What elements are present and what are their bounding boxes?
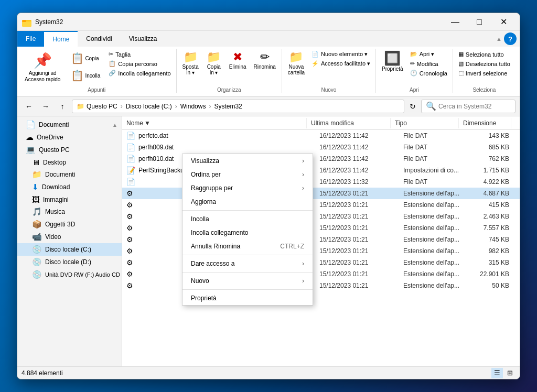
window-icon bbox=[22, 17, 32, 27]
nuovo-elemento-button[interactable]: 📄 Nuovo elemento ▾ bbox=[309, 50, 372, 59]
col-header-nome[interactable]: Nome ▼ bbox=[122, 118, 307, 128]
sidebar-item-documenti[interactable]: 📄 Documenti ▲ bbox=[17, 118, 122, 131]
search-bar[interactable]: 🔍 bbox=[421, 100, 515, 113]
window-controls: — □ ✕ bbox=[443, 13, 515, 31]
ctx-incolla-collegamento[interactable]: Incolla collegamento bbox=[182, 226, 313, 239]
refresh-button[interactable]: ↻ bbox=[406, 100, 419, 113]
context-menu: Visualizza › Ordina per › Raggruppa per … bbox=[182, 154, 313, 306]
tab-home[interactable]: Home bbox=[44, 31, 78, 47]
rinomina-button[interactable]: ✏ Rinomina bbox=[251, 50, 278, 71]
taglia-button[interactable]: ✂ Taglia bbox=[106, 50, 173, 59]
ribbon-group-apri-items: 🔲 Proprietà 📂 Apri ▾ ✏ Modifica bbox=[379, 49, 449, 86]
grid-view-button[interactable]: ⊞ bbox=[504, 368, 515, 378]
close-button[interactable]: ✕ bbox=[491, 13, 515, 31]
file-date: 16/12/2023 11:42 bbox=[315, 132, 399, 139]
aggiungi-accesso-rapido-button[interactable]: 📌 Aggiungi adAccesso rapido bbox=[20, 50, 65, 85]
up-button[interactable]: ↑ bbox=[55, 99, 70, 114]
inverti-selezione-button[interactable]: ⬚ Inverti selezione bbox=[456, 69, 512, 78]
items-count: 4.884 elementi bbox=[22, 369, 63, 377]
incolla-label: Incolla bbox=[85, 73, 100, 79]
ctx-raggruppa-per[interactable]: Raggruppa per › bbox=[182, 181, 313, 195]
back-button[interactable]: ← bbox=[22, 99, 36, 114]
ctx-dare-accesso[interactable]: Dare accesso a › bbox=[182, 257, 313, 270]
ctx-nuovo[interactable]: Nuovo › bbox=[182, 274, 313, 288]
seleziona-tutto-button[interactable]: ▦ Seleziona tutto bbox=[456, 50, 512, 59]
ctx-aggiorna[interactable]: Aggiorna bbox=[182, 195, 313, 209]
inverti-selezione-label: Inverti selezione bbox=[466, 70, 508, 77]
view-buttons: ☰ ⊞ bbox=[491, 368, 515, 378]
file-size: 415 KB bbox=[467, 201, 520, 209]
copia-button[interactable]: 📋 Copia bbox=[67, 50, 104, 67]
file-type: Estensione dell'ap... bbox=[399, 190, 467, 197]
sposta-in-button[interactable]: 📁 Spostain ▾ bbox=[180, 50, 201, 77]
nuova-cartella-button[interactable]: 📁 Nuovacartella bbox=[285, 50, 307, 77]
list-view-button[interactable]: ☰ bbox=[491, 368, 503, 378]
tab-visualizza[interactable]: Visualizza bbox=[121, 31, 166, 47]
cronologia-button[interactable]: 🕐 Cronologia bbox=[408, 69, 449, 78]
file-icon: ⚙ bbox=[126, 212, 133, 221]
breadcrumb-system32[interactable]: System32 bbox=[214, 103, 242, 110]
col-header-size[interactable]: Dimensione bbox=[459, 118, 511, 128]
address-bar[interactable]: 📁 Questo PC › Disco locale (C:) › Window… bbox=[72, 100, 404, 113]
sidebar-item-onedrive[interactable]: ☁ OneDrive bbox=[17, 131, 122, 144]
maximize-button[interactable]: □ bbox=[467, 13, 491, 31]
copia-in-button[interactable]: 📁 Copiain ▾ bbox=[203, 50, 224, 77]
sidebar-item-documenti2[interactable]: 📁 Documenti bbox=[17, 168, 122, 181]
minimize-button[interactable]: — bbox=[443, 13, 467, 31]
cronologia-label: Cronologia bbox=[420, 70, 447, 77]
ctx-sep3 bbox=[182, 272, 313, 273]
sidebar-item-dvd[interactable]: 💿 Unità DVD RW (F:) Audio CD bbox=[17, 268, 122, 281]
file-size: 685 KB bbox=[467, 144, 520, 151]
col-header-date[interactable]: Ultima modifica bbox=[307, 118, 391, 128]
help-button[interactable]: ? bbox=[504, 32, 517, 45]
rinomina-label: Rinomina bbox=[254, 64, 276, 70]
incolla-collegamento-button[interactable]: 🔗 Incolla collegamento bbox=[106, 69, 173, 78]
ribbon-group-appunti: 📌 Aggiungi adAccesso rapido 📋 Copia 📋 In… bbox=[17, 49, 177, 93]
file-icon: 📝 bbox=[126, 166, 135, 175]
open-icon: 📂 bbox=[410, 51, 417, 58]
col-header-type[interactable]: Tipo bbox=[391, 118, 459, 128]
taglia-label: Taglia bbox=[115, 51, 131, 58]
ctx-visualizza[interactable]: Visualizza › bbox=[182, 154, 313, 168]
sidebar-item-questo-pc[interactable]: 💻 Questo PC bbox=[17, 144, 122, 156]
proprieta-button[interactable]: 🔲 Proprietà bbox=[379, 50, 406, 73]
tab-condividi[interactable]: Condividi bbox=[78, 31, 120, 47]
accesso-facilitato-button[interactable]: ⚡ Accesso facilitato ▾ bbox=[309, 59, 372, 68]
clipboard-col: 📋 Copia 📋 Incolla bbox=[67, 50, 104, 84]
incolla-button[interactable]: 📋 Incolla bbox=[67, 67, 104, 84]
sidebar-label-documenti: Documenti bbox=[39, 121, 69, 128]
ctx-incolla[interactable]: Incolla bbox=[182, 212, 313, 226]
copia-percorso-button[interactable]: 📋 Copia percorso bbox=[106, 59, 173, 68]
tab-file[interactable]: File bbox=[17, 31, 44, 47]
search-input[interactable] bbox=[438, 103, 517, 110]
file-date: 15/12/2023 01:21 bbox=[315, 282, 399, 289]
forward-button[interactable]: → bbox=[38, 99, 53, 114]
sidebar-item-disco-c[interactable]: 💿 Disco locale (C:) bbox=[17, 243, 122, 256]
deseleziona-tutto-button[interactable]: ▧ Deseleziona tutto bbox=[456, 59, 512, 68]
aggiungi-label: Aggiungi adAccesso rapido bbox=[25, 70, 60, 83]
ctx-annulla-rinomina[interactable]: Annulla Rinomina CTRL+Z bbox=[182, 239, 313, 253]
sidebar-item-video[interactable]: 📹 Video bbox=[17, 231, 122, 243]
apri-button[interactable]: 📂 Apri ▾ bbox=[408, 50, 449, 59]
ctx-ordina-per[interactable]: Ordina per › bbox=[182, 168, 313, 181]
breadcrumb-windows[interactable]: Windows bbox=[180, 103, 206, 110]
modifica-button[interactable]: ✏ Modifica bbox=[408, 59, 449, 68]
table-row[interactable]: 📄perfcto.dat 16/12/2023 11:42 File DAT 1… bbox=[122, 130, 520, 141]
breadcrumb-disco-c[interactable]: Disco locale (C:) bbox=[126, 103, 172, 110]
file-type: Impostazioni di co... bbox=[399, 167, 467, 174]
table-row[interactable]: 📄perfh009.dat 16/12/2023 11:42 File DAT … bbox=[122, 141, 520, 153]
ctx-proprieta[interactable]: Proprietà bbox=[182, 291, 313, 305]
file-size: 143 KB bbox=[467, 132, 520, 139]
file-date: 15/12/2023 01:21 bbox=[315, 247, 399, 255]
breadcrumb-questo-pc[interactable]: Questo PC bbox=[87, 103, 117, 110]
sidebar-item-desktop[interactable]: 🖥 Desktop bbox=[17, 156, 122, 168]
sidebar-item-disco-d[interactable]: 💿 Disco locale (D:) bbox=[17, 256, 122, 268]
new-item-icon: 📄 bbox=[312, 51, 319, 58]
sidebar-item-download[interactable]: ⬇ Download bbox=[17, 181, 122, 193]
elimina-button[interactable]: ✖ Elimina bbox=[227, 50, 249, 71]
sidebar-item-oggetti3d[interactable]: 📦 Oggetti 3D bbox=[17, 218, 122, 231]
sidebar-item-musica[interactable]: 🎵 Musica bbox=[17, 205, 122, 218]
clipboard-actions-col: ✂ Taglia 📋 Copia percorso 🔗 Incolla coll… bbox=[106, 50, 173, 78]
3d-icon: 📦 bbox=[32, 220, 42, 229]
sidebar-item-immagini[interactable]: 🖼 Immagini bbox=[17, 193, 122, 205]
